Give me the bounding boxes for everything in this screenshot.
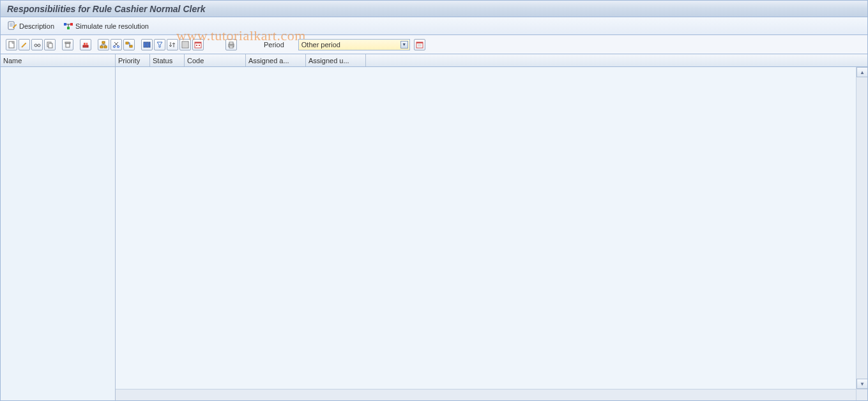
- hierarchy-button[interactable]: [98, 39, 109, 50]
- svg-rect-31: [126, 42, 128, 44]
- scrollbar-corner: [856, 389, 867, 400]
- edit-button[interactable]: [19, 39, 30, 50]
- svg-rect-6: [67, 27, 70, 29]
- col-header-name[interactable]: Name: [1, 54, 116, 66]
- period-calendar-button[interactable]: [414, 39, 425, 50]
- delimit-icon: [82, 41, 89, 49]
- svg-rect-32: [130, 45, 132, 47]
- svg-rect-16: [65, 42, 70, 43]
- col-header-assigned-u[interactable]: Assigned u...: [306, 54, 366, 66]
- copy-icon: [46, 41, 54, 49]
- application-toolbar: Description Simulate rule resolution: [1, 17, 867, 35]
- window-title-bar: Responsibilities for Rule Cashier Normal…: [1, 1, 867, 17]
- svg-rect-18: [84, 43, 86, 45]
- scroll-up-button[interactable]: ▲: [857, 67, 868, 77]
- glasses-icon: [33, 41, 41, 49]
- calendar-range-icon: [194, 41, 202, 49]
- col-header-assigned-a[interactable]: Assigned a...: [246, 54, 306, 66]
- sort-icon: [169, 41, 176, 49]
- printer-icon: [227, 41, 235, 49]
- svg-rect-14: [49, 43, 52, 48]
- sort-button[interactable]: [167, 39, 178, 50]
- delete-button[interactable]: [62, 39, 73, 50]
- svg-rect-5: [70, 23, 73, 26]
- filter-button[interactable]: [154, 39, 165, 50]
- icon-toolbar: Period Other period ▼: [1, 35, 867, 54]
- copy-button[interactable]: [44, 39, 56, 50]
- simulate-icon: [63, 21, 73, 31]
- col-header-priority[interactable]: Priority: [116, 54, 150, 66]
- tree-navigation-pane[interactable]: [1, 67, 116, 400]
- where-used-button[interactable]: [123, 39, 135, 50]
- pencil-icon: [20, 41, 28, 49]
- grid-body: ▲ ▼: [1, 67, 867, 400]
- trash-icon: [64, 41, 72, 49]
- svg-rect-44: [199, 45, 200, 46]
- svg-rect-19: [86, 43, 88, 45]
- svg-rect-20: [102, 42, 105, 43]
- svg-rect-17: [83, 45, 88, 47]
- document-new-icon: [8, 41, 15, 49]
- dropdown-arrow-icon: ▼: [400, 41, 408, 49]
- scroll-down-button[interactable]: ▼: [857, 379, 868, 389]
- simulate-label: Simulate rule resolution: [75, 22, 149, 30]
- col-header-status[interactable]: Status: [150, 54, 185, 66]
- simulate-rule-resolution-button[interactable]: Simulate rule resolution: [63, 21, 149, 31]
- data-grid-pane[interactable]: ▲ ▼: [116, 67, 867, 400]
- svg-point-11: [38, 44, 40, 47]
- svg-rect-22: [104, 46, 107, 48]
- list-button[interactable]: [179, 39, 191, 50]
- svg-rect-49: [416, 42, 423, 43]
- svg-rect-47: [229, 46, 233, 48]
- delimit-button[interactable]: [80, 39, 91, 50]
- document-pencil-icon: [7, 21, 17, 31]
- table-header-row: Name Priority Status Code Assigned a... …: [1, 54, 867, 67]
- svg-rect-15: [66, 43, 70, 47]
- description-label: Description: [19, 22, 54, 30]
- description-button[interactable]: Description: [7, 21, 54, 31]
- period-dropdown-value: Other period: [301, 41, 340, 49]
- period-label: Period: [264, 41, 284, 49]
- svg-rect-34: [146, 42, 148, 47]
- horizontal-scrollbar[interactable]: [116, 389, 856, 400]
- svg-rect-21: [100, 46, 103, 48]
- columns-icon: [143, 41, 151, 49]
- create-button[interactable]: [6, 39, 17, 50]
- date-range-button[interactable]: [192, 39, 204, 50]
- filter-icon: [156, 41, 164, 49]
- period-dropdown[interactable]: Other period ▼: [298, 39, 410, 50]
- cut-button[interactable]: [110, 39, 122, 50]
- svg-rect-35: [149, 42, 150, 47]
- print-button[interactable]: [225, 39, 237, 50]
- vertical-scrollbar[interactable]: ▲ ▼: [856, 67, 867, 389]
- col-header-scroll-spacer: [855, 54, 867, 66]
- where-used-icon: [125, 41, 133, 49]
- svg-rect-46: [229, 42, 233, 44]
- column-config-button[interactable]: [141, 39, 153, 50]
- svg-rect-42: [195, 42, 201, 43]
- page-title: Responsibilities for Rule Cashier Normal…: [7, 4, 205, 14]
- calendar-icon: [416, 41, 423, 49]
- svg-point-10: [34, 44, 37, 47]
- hierarchy-icon: [100, 41, 107, 49]
- svg-rect-0: [8, 22, 14, 29]
- svg-rect-4: [64, 23, 66, 26]
- svg-rect-33: [144, 42, 146, 47]
- col-header-code[interactable]: Code: [185, 54, 246, 66]
- list-icon: [181, 41, 189, 49]
- svg-rect-43: [196, 45, 197, 46]
- col-header-filler: [366, 54, 855, 66]
- display-button[interactable]: [31, 39, 43, 50]
- scissors-icon: [112, 41, 120, 49]
